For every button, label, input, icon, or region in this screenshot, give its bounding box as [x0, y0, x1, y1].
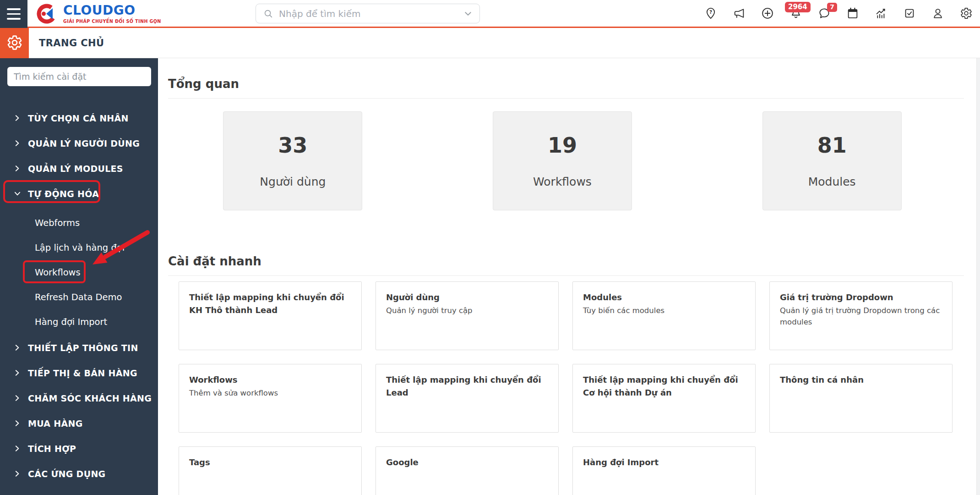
chevron-right-icon: [14, 445, 21, 452]
app-logo[interactable]: CLOUDGO GIẢI PHÁP CHUYỂN ĐỔI SỐ TINH GỌN: [35, 2, 161, 26]
stat-value: 81: [817, 135, 847, 156]
quick-card-modules[interactable]: Modules Tùy biến các modules: [572, 281, 756, 350]
sidebar-group-user-management[interactable]: QUẢN LÝ NGƯỜI DÙNG: [0, 131, 158, 156]
chevron-right-icon: [14, 470, 21, 477]
profile-button[interactable]: [931, 7, 944, 20]
checkbox-icon: [903, 7, 916, 20]
hamburger-menu-button[interactable]: [0, 0, 27, 28]
cloudgo-logo-icon: [35, 2, 59, 25]
chevron-right-icon: [14, 165, 21, 172]
user-icon: [931, 7, 944, 20]
tasks-button[interactable]: [903, 7, 916, 20]
quick-card-tags[interactable]: Tags: [179, 446, 362, 495]
quick-create-button[interactable]: [761, 7, 774, 20]
quick-card-mapping-opportunity-project[interactable]: Thiết lập mapping khi chuyển đổi Cơ hội …: [572, 364, 756, 433]
help-location-button[interactable]: ?: [704, 7, 717, 20]
quick-card-title: Workflows: [189, 374, 351, 386]
logo-wordmark: CLOUDGO: [63, 4, 161, 17]
quick-card-title: Tags: [189, 456, 351, 469]
quick-card-import-queue[interactable]: Hàng đợi Import: [572, 446, 756, 495]
megaphone-icon: [733, 7, 746, 20]
global-search[interactable]: [256, 4, 480, 23]
sidebar-group-customer-care[interactable]: CHĂM SÓC KHÁCH HÀNG: [0, 385, 158, 411]
logo-tagline: GIẢI PHÁP CHUYỂN ĐỔI SỐ TINH GỌN: [63, 19, 161, 24]
stat-value: 33: [278, 135, 307, 156]
settings-sidebar: TÙY CHỌN CÁ NHÂN QUẢN LÝ NGƯỜI DÙNG QUẢN…: [0, 58, 158, 495]
chevron-down-icon: [14, 190, 21, 197]
stat-card-users[interactable]: 33 Người dùng: [223, 111, 362, 210]
sidebar-item-scheduler[interactable]: Lập lịch và hàng đợi: [0, 235, 158, 260]
sidebar-group-marketing-sales[interactable]: TIẾP THỊ & BÁN HÀNG: [0, 360, 158, 385]
quick-card-title: Hàng đợi Import: [583, 456, 745, 469]
app-window: CLOUDGO GIẢI PHÁP CHUYỂN ĐỔI SỐ TINH GỌN…: [0, 0, 980, 495]
sidebar-group-module-management[interactable]: QUẢN LÝ MODULES: [0, 156, 158, 181]
quick-card-title: Người dùng: [386, 291, 548, 304]
quick-card-personal-info[interactable]: Thông tin cá nhân: [769, 364, 953, 433]
accent-divider: [0, 27, 980, 28]
quick-card-subtitle: Quản lý giá trị trường Dropdown trong cá…: [780, 305, 942, 328]
quick-card-title: Google: [386, 456, 548, 469]
chevron-right-icon: [14, 140, 21, 147]
quick-card-title: Modules: [583, 291, 745, 304]
analytics-button[interactable]: [875, 7, 887, 20]
settings-button[interactable]: [960, 7, 973, 20]
quick-card-title: Thiết lập mapping khi chuyển đổi KH Thô …: [189, 291, 351, 317]
sidebar-item-webforms[interactable]: Webforms: [0, 210, 158, 235]
stat-label: Modules: [808, 176, 856, 187]
messages-button[interactable]: 7: [818, 7, 831, 20]
sidebar-group-label: CÁC ỨNG DỤNG: [28, 469, 106, 479]
quick-card-title: Thiết lập mapping khi chuyển đổi Lead: [386, 374, 548, 399]
sidebar-item-import-queue[interactable]: Hàng đợi Import: [0, 309, 158, 334]
quick-card-subtitle: Quản lý người truy cập: [386, 305, 548, 317]
quick-card-mapping-lead[interactable]: Thiết lập mapping khi chuyển đổi Lead: [376, 364, 559, 433]
topbar-icons: ? 2964: [704, 0, 973, 27]
quick-card-mapping-khtho-lead[interactable]: Thiết lập mapping khi chuyển đổi KH Thô …: [179, 281, 362, 350]
stat-card-workflows[interactable]: 19 Workflows: [493, 111, 632, 210]
global-search-input[interactable]: [279, 8, 458, 19]
quick-card-google[interactable]: Google: [376, 446, 559, 495]
quick-card-dropdown-values[interactable]: Giá trị trường Dropdown Quản lý giá trị …: [769, 281, 953, 350]
page-title: TRANG CHỦ: [39, 38, 104, 49]
sidebar-group-info-setup[interactable]: THIẾT LẬP THÔNG TIN: [0, 335, 158, 360]
chevron-right-icon: [14, 420, 21, 427]
sidebar-group-apps[interactable]: CÁC ỨNG DỤNG: [0, 461, 158, 486]
quick-settings-grid: Thiết lập mapping khi chuyển đổi KH Thô …: [179, 281, 976, 495]
chevron-right-icon: [14, 395, 21, 402]
calendar-button[interactable]: [846, 7, 859, 20]
automation-submenu: Webforms Lập lịch và hàng đợi Workflows …: [0, 210, 158, 334]
sidebar-group-label: TIẾP THỊ & BÁN HÀNG: [28, 368, 137, 378]
stat-card-modules[interactable]: 81 Modules: [762, 111, 902, 210]
sidebar-group-automation[interactable]: TỰ ĐỘNG HÓA: [0, 181, 158, 206]
sidebar-group-label: QUẢN LÝ NGƯỜI DÙNG: [28, 138, 140, 148]
settings-module-tile[interactable]: [0, 27, 29, 58]
sidebar-group-label: MUA HÀNG: [28, 418, 83, 429]
location-pin-icon: ?: [704, 7, 717, 20]
announcements-button[interactable]: [733, 7, 746, 20]
quick-card-title: Thiết lập mapping khi chuyển đổi Cơ hội …: [583, 374, 745, 399]
sidebar-group-purchasing[interactable]: MUA HÀNG: [0, 411, 158, 436]
svg-text:?: ?: [709, 9, 712, 15]
settings-gear-icon: [6, 34, 23, 51]
sidebar-group-integrations[interactable]: TÍCH HỢP: [0, 436, 158, 461]
quick-card-subtitle: Thêm và sửa workflows: [189, 388, 351, 399]
sidebar-group-label: QUẢN LÝ MODULES: [28, 164, 123, 174]
section-divider: [168, 98, 964, 99]
sidebar-item-refresh-data-demo[interactable]: Refresh Data Demo: [0, 285, 158, 309]
sidebar-search-input[interactable]: [7, 67, 151, 86]
quick-card-workflows[interactable]: Workflows Thêm và sửa workflows: [179, 364, 362, 433]
search-icon: [263, 9, 273, 19]
sidebar-item-workflows[interactable]: Workflows: [0, 260, 158, 285]
sidebar-group-personal-options[interactable]: TÙY CHỌN CÁ NHÂN: [0, 105, 158, 131]
chevron-right-icon: [14, 344, 21, 351]
sidebar-group-label: CHĂM SÓC KHÁCH HÀNG: [28, 393, 152, 403]
analytics-icon: [875, 7, 887, 20]
plus-circle-icon: [761, 7, 774, 20]
quick-card-users[interactable]: Người dùng Quản lý người truy cập: [376, 281, 559, 350]
quick-card-title: Thông tin cá nhân: [780, 374, 942, 386]
quick-card-subtitle: Tùy biến các modules: [583, 305, 745, 317]
sidebar-group-label: THIẾT LẬP THÔNG TIN: [28, 343, 138, 353]
messages-badge: 7: [827, 3, 837, 12]
scrollbar[interactable]: [976, 58, 980, 495]
notifications-button[interactable]: 2964: [789, 7, 802, 20]
page-header: TRANG CHỦ: [0, 28, 980, 58]
